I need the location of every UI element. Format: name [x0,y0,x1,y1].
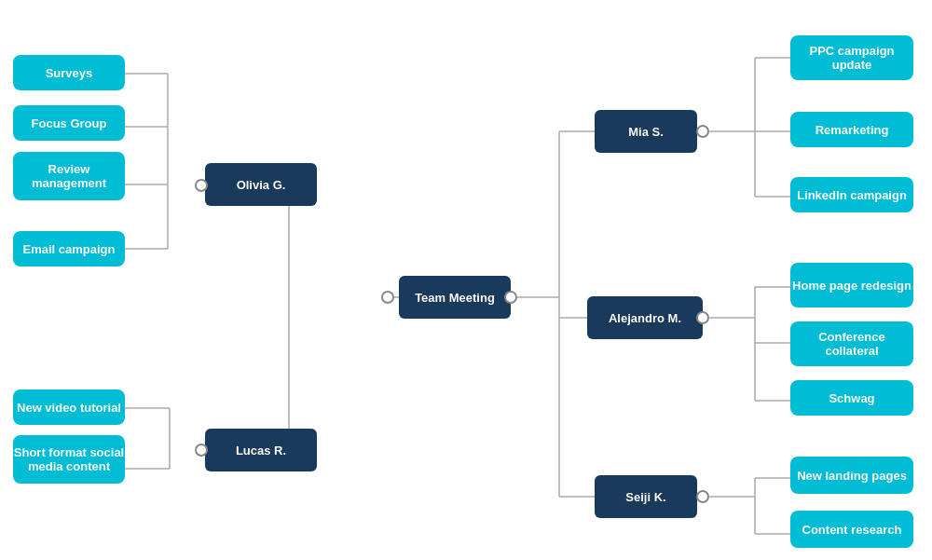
connector-olivia [195,179,208,192]
connector-mia [696,125,709,138]
olivia-node[interactable]: Olivia G. [205,163,317,206]
schwag-node[interactable]: Schwag [790,380,913,416]
team-meeting-node[interactable]: Team Meeting [399,276,511,319]
connector-alejandro [696,311,709,324]
short-format-node[interactable]: Short format social media content [13,435,125,484]
landing-pages-node[interactable]: New landing pages [790,457,913,494]
alejandro-node[interactable]: Alejandro M. [587,296,703,339]
linkedin-node[interactable]: LinkedIn campaign [790,177,913,212]
review-mgmt-node[interactable]: Review management [13,152,125,200]
surveys-node[interactable]: Surveys [13,55,125,90]
mind-map-diagram: Surveys Focus Group Review management Em… [0,0,932,560]
new-video-node[interactable]: New video tutorial [13,389,125,425]
lucas-node[interactable]: Lucas R. [205,429,317,471]
connector-lucas [195,444,208,457]
focus-group-node[interactable]: Focus Group [13,105,125,141]
homepage-node[interactable]: Home page redesign [790,263,913,307]
remarketing-node[interactable]: Remarketing [790,112,913,147]
ppc-node[interactable]: PPC campaign update [790,35,913,80]
connector-seiji [696,490,709,503]
email-campaign-node[interactable]: Email campaign [13,231,125,266]
seiji-node[interactable]: Seiji K. [595,475,697,518]
content-research-node[interactable]: Content research [790,511,913,548]
connector-team-right [504,291,517,304]
connector-team-left [381,291,394,304]
mia-node[interactable]: Mia S. [595,110,697,153]
conference-node[interactable]: Conference collateral [790,321,913,366]
